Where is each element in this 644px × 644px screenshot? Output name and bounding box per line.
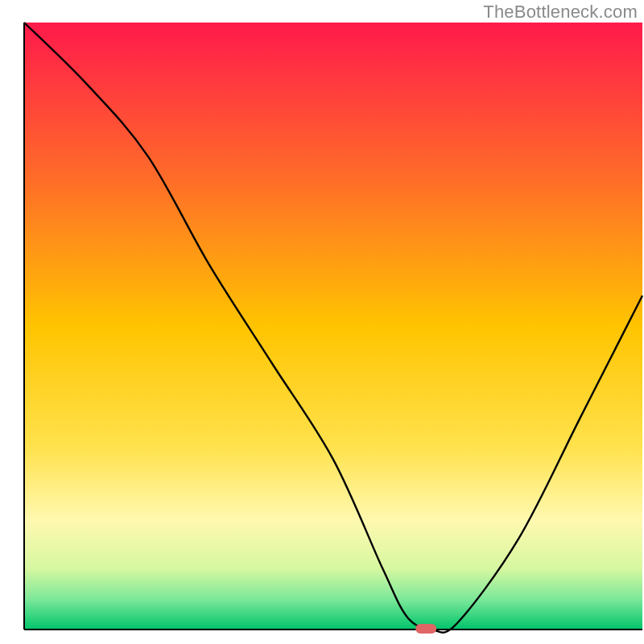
watermark-text: TheBottleneck.com bbox=[483, 2, 638, 23]
optimal-point-marker bbox=[415, 624, 436, 634]
bottleneck-chart bbox=[0, 0, 644, 644]
chart-stage: TheBottleneck.com bbox=[0, 0, 644, 644]
plot-background bbox=[24, 23, 642, 630]
